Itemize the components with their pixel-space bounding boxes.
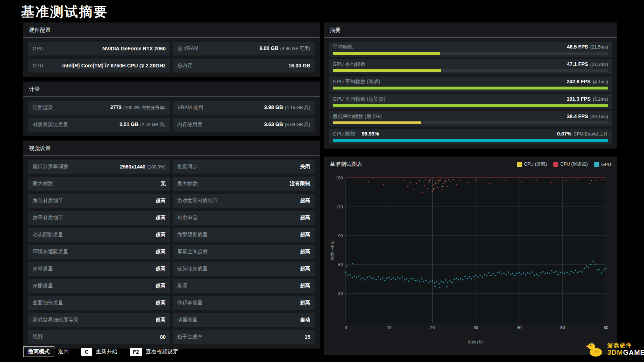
setting-value: 超高 (155, 215, 166, 221)
summary-metric-value: 38.4 FPS(26.1ms) (567, 113, 608, 120)
scatter-point-cpu-renderer (383, 184, 384, 185)
setting-value: 6.00 GB(4.96 GB 可用) (259, 45, 310, 52)
settings-row: 环境光遮蔽质量超高屏幕空间反射超高 (28, 245, 315, 259)
setting-cell: 镜头眩光质量超高 (173, 262, 315, 276)
left-column: 硬件配置 GPUNVIDIA GeForce RTX 2060总 VRAM6.0… (23, 22, 320, 353)
scatter-point-gpu (434, 282, 436, 284)
scatter-point-gpu (597, 269, 598, 271)
scatter-point-gpu (436, 281, 438, 283)
scatter-point-gpu (439, 287, 441, 288)
summary-metric-label: GPU 平均帧数 (渲染器) (333, 96, 385, 103)
key-badge-f2[interactable]: F2 (130, 348, 142, 356)
visual-settings-rows: 窗口分辨率调整2560x1440(100.0%)垂直同步关闭最大帧数无最大帧数没… (23, 160, 320, 344)
setting-cell: 内存使用量3.63 GB(3.68 GB 高) (173, 118, 315, 132)
benchmark-chart-svg: 0102030405060306090120150帧数 (FPS)时间 (秒) (329, 173, 612, 349)
scatter-point-gpu (566, 272, 568, 273)
scatter-point-cpu-renderer (550, 182, 551, 183)
scatter-point-gpu (514, 275, 516, 276)
setting-label: 窗口分辨率调整 (33, 163, 68, 170)
scatter-point-gpu (536, 274, 537, 275)
action-restart[interactable]: C 重新开始 (81, 348, 117, 356)
scatter-point-gpu (484, 274, 485, 275)
summary-metric-label: GPU 平均帧数 (333, 61, 365, 68)
scatter-point-gpu (543, 271, 544, 273)
setting-value-main: 超高 (155, 283, 166, 288)
scatter-point-gpu (538, 275, 540, 276)
settings-row: 角色材质细节超高游戏世界材质细节超高 (28, 194, 315, 208)
scatter-point-cpu-renderer (489, 183, 490, 184)
setting-cell: 环境光遮蔽质量超高 (28, 245, 170, 259)
setting-label: 游戏世界细致度等级 (33, 317, 78, 323)
scatter-point-gpu (516, 273, 518, 274)
setting-value-main: 6.00 GB (259, 45, 278, 51)
setting-label: 游戏世界材质细节 (177, 197, 218, 204)
setting-value-main: 超高 (300, 300, 310, 305)
setting-cell: 动画质量自动 (173, 313, 315, 327)
scatter-point-gpu (382, 278, 383, 279)
scatter-point-cpu-renderer (421, 192, 423, 193)
scatter-point-gpu (362, 277, 364, 279)
action-video-settings[interactable]: F2 查看视频设定 (130, 348, 178, 356)
legend-swatch (594, 162, 599, 167)
setting-value-main: 超高 (300, 249, 310, 254)
site-logo: 游戏硬件 3DMGAME (586, 340, 644, 359)
scatter-point-cpu-renderer (427, 188, 428, 189)
scatter-point-gpu (369, 276, 370, 277)
setting-cell: 光栅质量超高 (28, 279, 170, 293)
scatter-point-gpu (423, 281, 425, 282)
setting-value-extra: (4.16 GB 高) (285, 105, 310, 110)
setting-value-main: 超高 (300, 215, 310, 220)
scatter-point-gpu (549, 273, 550, 275)
scatter-point-gpu (529, 273, 531, 275)
summary-metric-left: GPU 平均帧数 (游戏) (333, 79, 380, 85)
summary-metric-label: 平均帧数 (333, 44, 353, 50)
summary-metric-label: GPU 限制 (333, 131, 355, 137)
action-restart-label: 重新开始 (96, 348, 117, 355)
scatter-point-gpu (551, 270, 553, 271)
summary-metric-value: 191.3 FPS(5.2ms) (566, 96, 608, 102)
x-tick-label: 0 (345, 325, 347, 330)
logo-text: 游戏硬件 3DMGAME (607, 342, 644, 356)
settings-row: 窗口分辨率调整2560x1440(100.0%)垂直同步关闭 (28, 160, 315, 174)
scatter-point-cpu-renderer (589, 183, 590, 184)
summary-metric: 平均帧数46.5 FPS(21.5ms) (329, 42, 612, 57)
benchmark-summary-screen: 基准测试摘要 硬件配置 GPUNVIDIA GeForce RTX 2060总 … (0, 0, 644, 362)
scatter-point-gpu (573, 272, 574, 273)
settings-row: 最大帧数无最大帧数没有限制 (28, 177, 315, 191)
panel-chart-header: 基准测试图表 CPU (游戏)CPU (渲染器)GPU (324, 157, 617, 171)
summary-metric-line: 平均帧数46.5 FPS(21.5ms) (333, 43, 608, 50)
x-tick-label: 60 (604, 325, 608, 330)
scatter-point-gpu (592, 261, 594, 262)
scatter-point-gpu (579, 271, 581, 272)
scatter-point-gpu (532, 271, 533, 273)
settings-row: 效果材质细节超高材质串流超高 (28, 211, 315, 225)
summary-metric: GPU 平均帧数 (渲染器)191.3 FPS(5.2ms) (329, 94, 612, 109)
summary-metric-left: 最低平均帧数 (后 5%) (333, 113, 382, 120)
setting-cell: 总内存16.00 GB (173, 59, 315, 72)
panel-hardware-header: 硬件配置 (23, 22, 320, 38)
summary-metric: GPU 限制99.93%0.07%CPU-Bound 工作 (329, 129, 612, 144)
setting-label: 粒子生成率 (177, 334, 203, 340)
summary-metric-value-main: 47.1 FPS (567, 61, 588, 67)
right-column: 摘要 平均帧数46.5 FPS(21.5ms)GPU 平均帧数47.1 FPS(… (324, 22, 617, 355)
x-tick-label: 30 (474, 325, 478, 330)
summary-bar-track (333, 69, 608, 72)
summary-metric-value-sub: (21.5ms) (590, 45, 608, 50)
scatter-point-cpu-renderer (424, 185, 425, 186)
setting-value: 没有限制 (290, 180, 310, 187)
key-badge-exit-mode[interactable]: 撤离模式 (23, 346, 54, 357)
settings-row: 光栅质量超高景深超高 (28, 279, 315, 293)
action-return[interactable]: 撤离模式 返回 (23, 346, 69, 357)
scatter-point-cpu-renderer (433, 184, 434, 185)
scatter-point-cpu-renderer (447, 186, 448, 187)
scatter-point-gpu (562, 271, 564, 273)
scatter-point-gpu (419, 281, 420, 283)
key-badge-c[interactable]: C (81, 348, 92, 356)
setting-value-main: 关闭 (300, 163, 310, 169)
logo-game: GAME (623, 349, 644, 356)
summary-bar-fill (333, 52, 440, 55)
panel-metrics: 计量 画面渲染2772(100.0% 完整分辨率)VRAM 使用3.98 GB(… (23, 82, 320, 136)
scatter-point-gpu (346, 266, 348, 267)
panel-chart: 基准测试图表 CPU (游戏)CPU (渲染器)GPU 010203040506… (324, 157, 617, 355)
setting-value: 超高 (155, 317, 166, 323)
